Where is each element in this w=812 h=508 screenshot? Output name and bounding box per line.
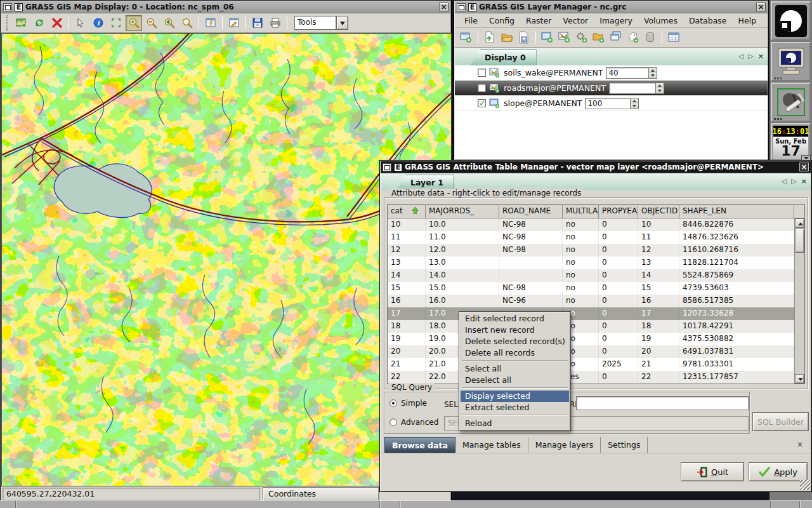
- delete-layer-icon[interactable]: [643, 30, 658, 45]
- menu-item[interactable]: Delete selected record(s): [461, 336, 569, 347]
- attribute-manager-titlebar[interactable]: GRASS GIS Attribute Table Manager - vect…: [381, 161, 811, 173]
- opacity-spinner[interactable]: 100: [585, 98, 639, 109]
- opacity-value[interactable]: 100: [585, 98, 631, 109]
- tab-close-icon[interactable]: [801, 177, 807, 185]
- menu-raster[interactable]: Raster: [520, 15, 557, 27]
- monitor-icon[interactable]: [771, 42, 811, 81]
- resize-grip[interactable]: [800, 480, 810, 490]
- window-menu-icon[interactable]: [383, 163, 391, 171]
- analyze-icon[interactable]: [202, 15, 219, 31]
- new-workspace-icon[interactable]: [482, 30, 497, 45]
- tab-manage-tables[interactable]: Manage tables: [455, 437, 528, 453]
- tab-scroll-left-icon[interactable]: [782, 177, 787, 185]
- grass-logo-icon[interactable]: [771, 1, 811, 41]
- spin-up-icon[interactable]: [631, 98, 638, 104]
- table-row[interactable]: 13 13.0 no 0 13 11828.121704: [388, 257, 794, 269]
- print-icon[interactable]: [267, 15, 284, 31]
- open-workspace-icon[interactable]: [499, 30, 514, 45]
- menu-imagery[interactable]: Imagery: [594, 15, 638, 27]
- column-header-propyear[interactable]: PROPYEAR: [599, 205, 638, 218]
- menu-item[interactable]: Edit selected record: [461, 313, 569, 324]
- layer-row-soils[interactable]: soils_wake@PERMANENT 40: [455, 65, 768, 81]
- save-workspace-icon[interactable]: [516, 30, 532, 45]
- opacity-spinner[interactable]: 100: [609, 83, 664, 94]
- render-map-icon[interactable]: [31, 15, 48, 31]
- menu-item[interactable]: [461, 359, 569, 363]
- quit-button[interactable]: Quit: [681, 462, 744, 481]
- add-labels-icon[interactable]: [625, 30, 641, 45]
- zoom-previous-icon[interactable]: [161, 15, 178, 31]
- menu-item[interactable]: Delete all records: [461, 347, 569, 359]
- scroll-up-icon[interactable]: [795, 218, 804, 228]
- column-header-shape-len[interactable]: SHAPE_LEN: [679, 205, 794, 218]
- window-menu-icon[interactable]: [3, 3, 12, 11]
- tab-scroll-right-icon[interactable]: [791, 177, 796, 185]
- table-row[interactable]: 11 11.0 NC-98 no 0 11 14876.323626: [388, 231, 794, 244]
- copy-layer-icon[interactable]: [608, 30, 624, 45]
- vertical-scrollbar[interactable]: [794, 218, 804, 384]
- simple-radio[interactable]: [390, 399, 397, 407]
- add-command-icon[interactable]: [574, 30, 589, 45]
- menu-help[interactable]: Help: [733, 15, 763, 27]
- tab-scroll-left-icon[interactable]: [738, 52, 743, 60]
- tab-display-0[interactable]: Display 0: [470, 50, 537, 65]
- close-icon[interactable]: [439, 3, 449, 11]
- table-row[interactable]: 22 22.0 yes 0 22 12315.177857: [388, 371, 794, 384]
- close-icon[interactable]: [799, 163, 809, 171]
- tab-browse-data[interactable]: Browse data: [384, 437, 455, 453]
- zoom-extent-icon[interactable]: [179, 15, 195, 31]
- menu-item[interactable]: Insert new record: [461, 324, 569, 336]
- menu-item[interactable]: Display selected: [461, 391, 569, 402]
- opacity-value[interactable]: 100: [609, 83, 656, 94]
- layer-row-slope[interactable]: slope@PERMANENT 100: [455, 96, 768, 111]
- table-row[interactable]: 15 15.0 NC-98 no 0 15 4739.53603: [388, 282, 794, 295]
- notebook-close-icon[interactable]: [797, 437, 803, 453]
- table-row[interactable]: 16 16.0 NC-96 no 0 16 8586.517385: [388, 295, 794, 307]
- tools-wrench-icon[interactable]: [771, 83, 811, 122]
- erase-display-icon[interactable]: [49, 15, 65, 31]
- tools-combobox[interactable]: Tools: [294, 16, 348, 30]
- close-icon[interactable]: [756, 3, 766, 11]
- layer-checkbox[interactable]: [478, 69, 486, 77]
- menu-item[interactable]: [461, 386, 569, 391]
- query-icon[interactable]: i: [90, 15, 107, 31]
- menu-item[interactable]: Extract selected: [461, 402, 569, 413]
- sql-builder-button[interactable]: SQL Builder: [752, 412, 809, 431]
- map-display-titlebar[interactable]: GRASS GIS Map Display: 0 - Location: nc_…: [1, 1, 450, 13]
- menu-database[interactable]: Database: [683, 15, 733, 27]
- apply-button[interactable]: Apply: [749, 462, 808, 481]
- layer-checkbox[interactable]: [478, 84, 486, 92]
- menu-vector[interactable]: Vector: [557, 15, 594, 27]
- statusbar-mode-select[interactable]: Coordinates: [263, 487, 379, 501]
- sql-where-input[interactable]: [576, 396, 749, 410]
- layer-tree-empty-area[interactable]: [455, 111, 768, 159]
- menu-config[interactable]: Config: [483, 15, 520, 27]
- attribute-table-icon[interactable]: [666, 30, 681, 45]
- add-group-icon[interactable]: [591, 30, 606, 45]
- chevron-down-icon[interactable]: [336, 16, 348, 30]
- menu-file[interactable]: File: [459, 15, 483, 27]
- zoom-in-icon[interactable]: [126, 15, 142, 31]
- opacity-value[interactable]: 40: [606, 67, 649, 79]
- menu-item[interactable]: [461, 413, 569, 418]
- tab-settings[interactable]: Settings: [601, 437, 648, 453]
- pointer-icon[interactable]: [72, 15, 89, 31]
- table-row[interactable]: 21 21.0 no 2025 21 9781.033301: [388, 358, 794, 371]
- layer-manager-titlebar[interactable]: GRASS GIS Layer Manager - nc.grc: [455, 1, 768, 13]
- column-header-objectid[interactable]: OBJECTID: [638, 205, 679, 218]
- tab-scroll-right-icon[interactable]: [748, 52, 753, 60]
- table-row[interactable]: 20 20.0 no 0 20 6491.037831: [388, 345, 794, 358]
- pan-extent-icon[interactable]: [108, 15, 124, 31]
- menu-item[interactable]: Deselect all: [461, 375, 569, 386]
- column-header-majorrds[interactable]: MAJORRDS_: [426, 205, 499, 218]
- table-row[interactable]: 19 19.0 no 0 19 4375.530882: [388, 333, 794, 345]
- menu-item[interactable]: Reload: [461, 418, 569, 429]
- window-menu-icon[interactable]: [457, 3, 466, 11]
- scrollbar-thumb[interactable]: [795, 229, 804, 253]
- tools-combobox-value[interactable]: Tools: [294, 16, 336, 30]
- add-overlay-icon[interactable]: [226, 15, 242, 31]
- tab-close-icon[interactable]: [758, 52, 764, 60]
- column-header-cat[interactable]: cat: [388, 205, 426, 218]
- spin-up-icon[interactable]: [649, 68, 657, 73]
- advanced-radio[interactable]: [390, 418, 397, 426]
